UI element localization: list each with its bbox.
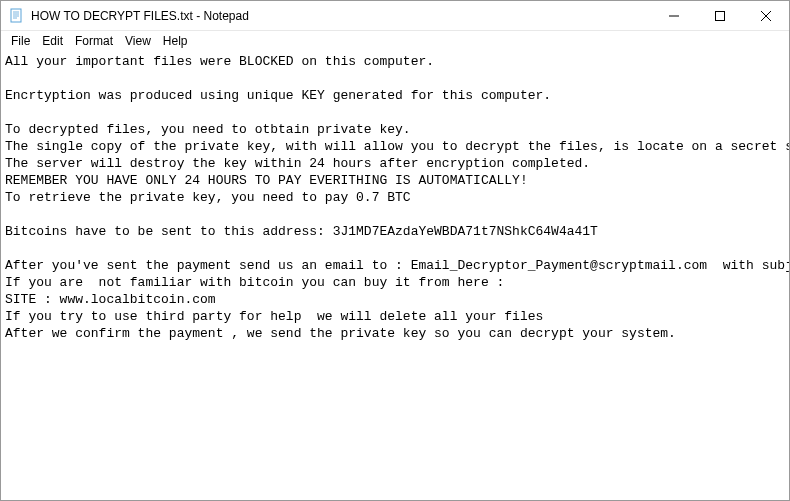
text-line: Encrtyption was produced using unique KE… — [5, 88, 551, 103]
menu-edit[interactable]: Edit — [36, 33, 69, 49]
maximize-button[interactable] — [697, 1, 743, 30]
text-line: The server will destroy the key within 2… — [5, 156, 590, 171]
menubar: File Edit Format View Help — [1, 31, 789, 51]
window-controls — [651, 1, 789, 30]
text-line: To retrieve the private key, you need to… — [5, 190, 411, 205]
text-content[interactable]: All your important files were BLOCKED on… — [1, 51, 789, 500]
close-button[interactable] — [743, 1, 789, 30]
text-line: SITE : www.localbitcoin.com — [5, 292, 216, 307]
svg-rect-6 — [716, 11, 725, 20]
text-line: All your important files were BLOCKED on… — [5, 54, 434, 69]
text-line: REMEMBER YOU HAVE ONLY 24 HOURS TO PAY E… — [5, 173, 528, 188]
notepad-window: HOW TO DECRYPT FILES.txt - Notepad File … — [0, 0, 790, 501]
text-line: The single copy of the private key, with… — [5, 139, 789, 154]
notepad-icon — [9, 8, 25, 24]
text-line: Bitcoins have to be sent to this address… — [5, 224, 598, 239]
text-line: If you try to use third party for help w… — [5, 309, 543, 324]
menu-format[interactable]: Format — [69, 33, 119, 49]
menu-file[interactable]: File — [5, 33, 36, 49]
text-line: If you are not familiar with bitcoin you… — [5, 275, 504, 290]
text-line: To decrypted files, you need to otbtain … — [5, 122, 411, 137]
text-line: After we confirm the payment , we send t… — [5, 326, 676, 341]
titlebar[interactable]: HOW TO DECRYPT FILES.txt - Notepad — [1, 1, 789, 31]
menu-help[interactable]: Help — [157, 33, 194, 49]
menu-view[interactable]: View — [119, 33, 157, 49]
window-title: HOW TO DECRYPT FILES.txt - Notepad — [31, 9, 651, 23]
text-line: After you've sent the payment send us an… — [5, 258, 789, 273]
minimize-button[interactable] — [651, 1, 697, 30]
svg-rect-0 — [11, 9, 21, 22]
